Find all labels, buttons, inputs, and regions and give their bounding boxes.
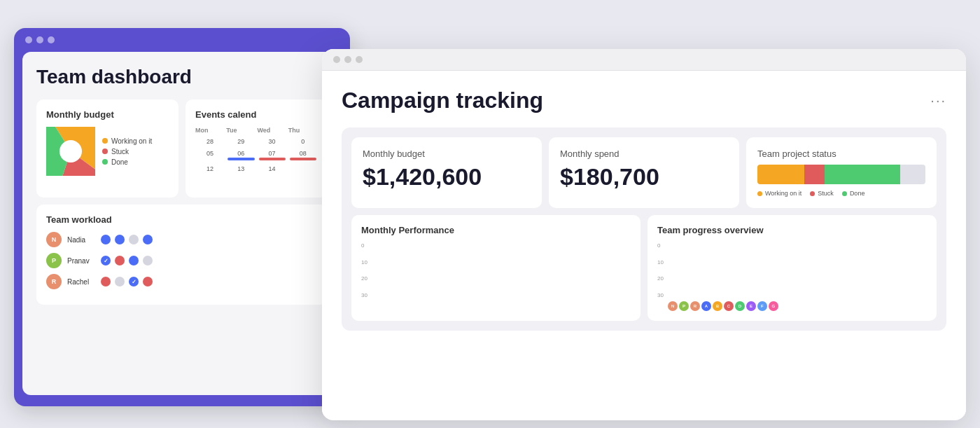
monthly-performance-title: Monthly Performance: [361, 225, 631, 235]
legend-stuck: Stuck: [102, 148, 152, 156]
task-dot: [101, 277, 111, 287]
person-name-rachel: Rachel: [67, 278, 95, 286]
team-progress-title: Team progress overview: [657, 225, 927, 235]
cal-header: Mon Tue Wed Thu: [195, 127, 318, 134]
team-project-status-metric: Team project status Working on it: [746, 137, 937, 208]
workload-card: Team workload N Nadia P Pranav ✓: [36, 205, 328, 305]
cal-row-2: 05 06 07 08: [195, 149, 318, 162]
browser-dot-3: [48, 36, 55, 43]
mini-avatar-8: E: [746, 301, 756, 311]
monthly-budget-label: Monthly budget: [363, 149, 531, 159]
legend-label-done: Done: [111, 158, 128, 166]
avatar-pranav: P: [46, 253, 62, 268]
calendar-grid: Mon Tue Wed Thu 28 29 30 0 05 06: [195, 127, 318, 174]
campaign-header: Campaign tracking ···: [342, 88, 946, 113]
svg-point-3: [59, 140, 82, 163]
events-calendar-card: Events calend Mon Tue Wed Thu 28 29 30 0: [186, 99, 328, 198]
task-dot-check: ✓: [101, 256, 111, 265]
legend-label-working: Working on it: [111, 137, 152, 145]
avatar-rachel: R: [46, 274, 62, 289]
legend-text-done: Done: [850, 190, 865, 197]
legend-dot-stuck: [810, 191, 815, 196]
legend-text-stuck: Stuck: [818, 190, 834, 197]
person-name-pranav: Pranav: [67, 257, 95, 265]
legend-item-stuck: Stuck: [810, 190, 834, 197]
team-project-status-label: Team project status: [757, 149, 925, 159]
monthly-performance-chart: Monthly Performance 30 20 10 0: [351, 215, 640, 321]
py-label-20: 20: [657, 275, 664, 282]
progress-avatars: N P R A B C D E F G: [668, 301, 927, 311]
stacked-chart-area: N P R A B C D E F G: [668, 242, 927, 311]
monthly-spend-value: $180,700: [560, 165, 728, 188]
legend-dot-working: [102, 138, 108, 144]
main-content: Campaign tracking ··· Monthly budget $1,…: [322, 71, 966, 415]
legend-dot-working: [757, 191, 762, 196]
y-label-10: 10: [361, 259, 368, 265]
cal-cell: 14: [258, 164, 287, 174]
browser-bar-bg: [14, 28, 350, 52]
task-dots-rachel: ✓: [101, 277, 153, 287]
team-progress-chart: Team progress overview 30 20 10 0: [648, 215, 937, 321]
team-dashboard-card: Team dashboard Monthly budget: [14, 28, 350, 406]
cal-cell: 30: [258, 137, 287, 146]
person-name-nadia: Nadia: [67, 236, 95, 244]
top-row-metrics: Monthly budget $1,420,600 Monthly spend …: [351, 137, 937, 208]
pie-chart: [46, 127, 95, 176]
cal-col-thu: Thu: [288, 127, 318, 134]
bar-chart: [372, 242, 386, 298]
pie-area: Working on it Stuck Done: [46, 127, 169, 176]
events-calendar-title: Events calend: [195, 109, 318, 120]
cal-col-mon: Mon: [195, 127, 225, 134]
monthly-budget-metric: Monthly budget $1,420,600: [351, 137, 542, 208]
y-label-0: 0: [361, 242, 368, 249]
cal-col-tue: Tue: [226, 127, 255, 134]
legend-dot-done: [102, 159, 108, 165]
legend-text-working: Working on it: [765, 190, 802, 197]
y-label-20: 20: [361, 275, 368, 282]
bottom-row-charts: Monthly Performance 30 20 10 0: [351, 215, 937, 321]
legend-dot-stuck: [102, 149, 108, 154]
workload-row-rachel: R Rachel ✓: [46, 274, 318, 289]
cal-cell: 08: [288, 149, 318, 162]
legend-item-working: Working on it: [757, 190, 802, 197]
cal-cell: [288, 164, 318, 174]
browser-dot-1: [25, 36, 32, 43]
legend-item-done: Done: [842, 190, 865, 197]
main-browser-dot-2: [344, 56, 351, 63]
campaign-tracking-card: Campaign tracking ··· Monthly budget $1,…: [322, 49, 966, 420]
cal-row-1: 28 29 30 0: [195, 137, 318, 146]
task-dots-nadia: [101, 235, 153, 244]
dashboard-background: Monthly budget $1,420,600 Monthly spend …: [342, 127, 946, 331]
cal-cell: 0: [288, 137, 318, 146]
mini-avatar-3: R: [690, 301, 700, 311]
bar-chart-wrapper: 30 20 10 0: [361, 242, 631, 298]
cal-cell: 28: [195, 137, 225, 146]
task-dot: [143, 235, 153, 244]
main-browser-bar: [322, 49, 966, 71]
browser-dot-2: [36, 36, 43, 43]
progress-y-labels: 30 20 10 0: [657, 242, 664, 298]
status-segment-working: [757, 165, 804, 184]
cal-cell: 29: [226, 137, 255, 146]
status-legend: Working on it Stuck Done: [757, 190, 925, 197]
cal-col-wed: Wed: [258, 127, 287, 134]
task-dot: [129, 235, 139, 244]
task-dot: [129, 256, 139, 265]
task-dots-pranav: ✓: [101, 256, 153, 265]
stacked-chart: [668, 242, 927, 298]
progress-chart-wrapper: 30 20 10 0: [657, 242, 927, 311]
mini-avatar-7: D: [735, 301, 745, 311]
status-segment-empty: [900, 165, 925, 184]
status-segment-done: [825, 165, 900, 184]
y-axis-labels: 30 20 10 0: [361, 242, 368, 298]
team-dashboard-title: Team dashboard: [36, 66, 328, 88]
mini-avatar-10: G: [769, 301, 778, 311]
task-dot: [101, 235, 111, 244]
mini-avatar-2: P: [679, 301, 689, 311]
legend-done: Done: [102, 158, 152, 166]
avatar-nadia: N: [46, 232, 62, 247]
main-browser-dot-1: [333, 56, 340, 63]
three-dots-icon[interactable]: ···: [930, 92, 946, 109]
task-dot: [143, 256, 153, 265]
workload-title: Team workload: [46, 214, 318, 225]
